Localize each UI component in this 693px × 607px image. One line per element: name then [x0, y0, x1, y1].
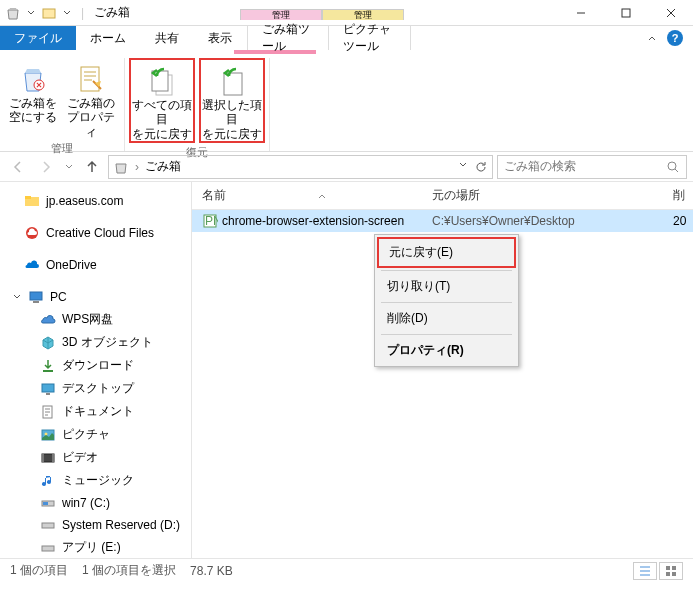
dropdown-icon[interactable]	[23, 5, 39, 21]
chevron-down-icon[interactable]	[12, 292, 22, 302]
3d-icon	[40, 335, 56, 351]
context-cut[interactable]: 切り取り(T)	[377, 273, 516, 300]
tree-item-3d[interactable]: 3D オブジェクト	[0, 331, 191, 354]
svg-rect-21	[52, 454, 54, 462]
recycle-bin-properties-button[interactable]: ごみ箱の プロパティ	[62, 58, 120, 139]
search-box[interactable]: ごみ箱の検索	[497, 155, 687, 179]
tree-item-downloads[interactable]: ダウンロード	[0, 354, 191, 377]
dropdown-icon[interactable]	[458, 160, 468, 174]
context-properties[interactable]: プロパティ(R)	[377, 337, 516, 364]
tree-item-onedrive[interactable]: OneDrive	[0, 254, 191, 276]
svg-rect-25	[42, 546, 54, 551]
svg-rect-23	[43, 502, 48, 505]
contextual-tab-recyclebin[interactable]: 管理	[240, 9, 322, 20]
address-segment[interactable]: ごみ箱	[145, 158, 181, 175]
drive-icon	[40, 517, 56, 533]
drive-icon	[40, 495, 56, 511]
sort-up-icon	[318, 192, 326, 200]
help-icon[interactable]: ?	[667, 30, 683, 46]
tab-picture-tools[interactable]: ピクチャツール	[329, 26, 411, 50]
file-name: chrome-browser-extension-screen	[222, 214, 404, 228]
svg-text:PNG: PNG	[205, 214, 218, 228]
close-button[interactable]	[648, 0, 693, 26]
forward-button[interactable]	[34, 155, 58, 179]
tree-item-wps[interactable]: WPS网盘	[0, 308, 191, 331]
tree-item-pc[interactable]: PC	[0, 286, 191, 308]
ribbon-tabs: ファイル ホーム 共有 表示 ごみ箱ツール ピクチャツール ?	[0, 26, 693, 50]
search-icon	[666, 160, 680, 174]
up-button[interactable]	[80, 155, 104, 179]
svg-rect-15	[46, 393, 50, 395]
navigation-pane[interactable]: jp.easeus.com Creative Cloud Files OneDr…	[0, 182, 192, 558]
svg-rect-6	[224, 73, 242, 95]
maximize-button[interactable]	[603, 0, 648, 26]
desktop-icon	[40, 381, 56, 397]
view-details-button[interactable]	[633, 562, 657, 580]
file-original-location: C:¥Users¥Owner¥Desktop	[422, 214, 663, 228]
recycle-bin-icon	[113, 159, 129, 175]
svg-rect-12	[33, 301, 39, 303]
column-deleted[interactable]: 削	[663, 187, 693, 204]
tree-item-documents[interactable]: ドキュメント	[0, 400, 191, 423]
properties-icon	[75, 62, 107, 96]
recycle-bin-icon	[5, 5, 21, 21]
restore-selected-button[interactable]: 選択した項目 を元に戻す	[199, 58, 265, 143]
context-delete[interactable]: 削除(D)	[377, 305, 516, 332]
tree-item-desktop[interactable]: デスクトップ	[0, 377, 191, 400]
chevron-up-icon[interactable]	[647, 33, 657, 43]
tree-item-win7[interactable]: win7 (C:)	[0, 492, 191, 514]
minimize-button[interactable]	[558, 0, 603, 26]
svg-rect-24	[42, 523, 54, 528]
svg-rect-1	[622, 9, 630, 17]
download-icon	[40, 358, 56, 374]
column-name[interactable]: 名前	[192, 187, 422, 204]
video-icon	[40, 450, 56, 466]
address-bar[interactable]: › ごみ箱	[108, 155, 493, 179]
status-item-count: 1 個の項目	[10, 562, 68, 579]
folder-icon	[24, 193, 40, 209]
tab-recyclebin-tools[interactable]: ごみ箱ツール	[247, 26, 329, 50]
contextual-tab-picture[interactable]: 管理	[322, 9, 404, 20]
tree-item-ccf[interactable]: Creative Cloud Files	[0, 222, 191, 244]
tab-share[interactable]: 共有	[141, 26, 194, 50]
onedrive-icon	[24, 257, 40, 273]
ribbon-group-restore: すべての項目 を元に戻す 選択した項目 を元に戻す 復元	[125, 58, 270, 151]
restore-selected-icon	[216, 64, 248, 98]
tree-item-easeus[interactable]: jp.easeus.com	[0, 190, 191, 212]
svg-rect-3	[81, 67, 99, 91]
dropdown-icon[interactable]	[59, 5, 75, 21]
tree-item-apps[interactable]: アプリ (E:)	[0, 536, 191, 558]
content-pane[interactable]: 名前 元の場所 削 PNGchrome-browser-extension-sc…	[192, 182, 693, 558]
tree-item-pictures[interactable]: ピクチャ	[0, 423, 191, 446]
refresh-icon[interactable]	[474, 160, 488, 174]
restore-all-button[interactable]: すべての項目 を元に戻す	[129, 58, 195, 143]
folder-props-icon[interactable]	[41, 5, 57, 21]
separator	[381, 334, 512, 335]
svg-rect-0	[43, 9, 55, 18]
music-icon	[40, 473, 56, 489]
context-restore[interactable]: 元に戻す(E)	[377, 237, 516, 268]
svg-rect-13	[43, 370, 53, 372]
tree-item-sysres[interactable]: System Reserved (D:)	[0, 514, 191, 536]
view-icons-button[interactable]	[659, 562, 683, 580]
status-selected: 1 個の項目を選択	[82, 562, 176, 579]
tab-view[interactable]: 表示	[194, 26, 247, 50]
svg-rect-28	[666, 566, 670, 570]
history-dropdown[interactable]	[62, 155, 76, 179]
empty-bin-icon	[17, 62, 49, 96]
column-original-location[interactable]: 元の場所	[422, 187, 663, 204]
tab-home[interactable]: ホーム	[76, 26, 141, 50]
file-row[interactable]: PNGchrome-browser-extension-screen C:¥Us…	[192, 210, 693, 232]
empty-recycle-bin-button[interactable]: ごみ箱を 空にする	[4, 58, 62, 139]
tree-item-videos[interactable]: ビデオ	[0, 446, 191, 469]
back-button[interactable]	[6, 155, 30, 179]
svg-rect-11	[30, 292, 42, 300]
svg-rect-31	[672, 572, 676, 576]
svg-rect-14	[42, 384, 54, 392]
context-menu: 元に戻す(E) 切り取り(T) 削除(D) プロパティ(R)	[374, 234, 519, 367]
tree-item-music[interactable]: ミュージック	[0, 469, 191, 492]
address-bar-row: › ごみ箱 ごみ箱の検索	[0, 152, 693, 182]
tab-file[interactable]: ファイル	[0, 26, 76, 50]
window-title: ごみ箱	[94, 4, 130, 21]
cloud-icon	[24, 225, 40, 241]
